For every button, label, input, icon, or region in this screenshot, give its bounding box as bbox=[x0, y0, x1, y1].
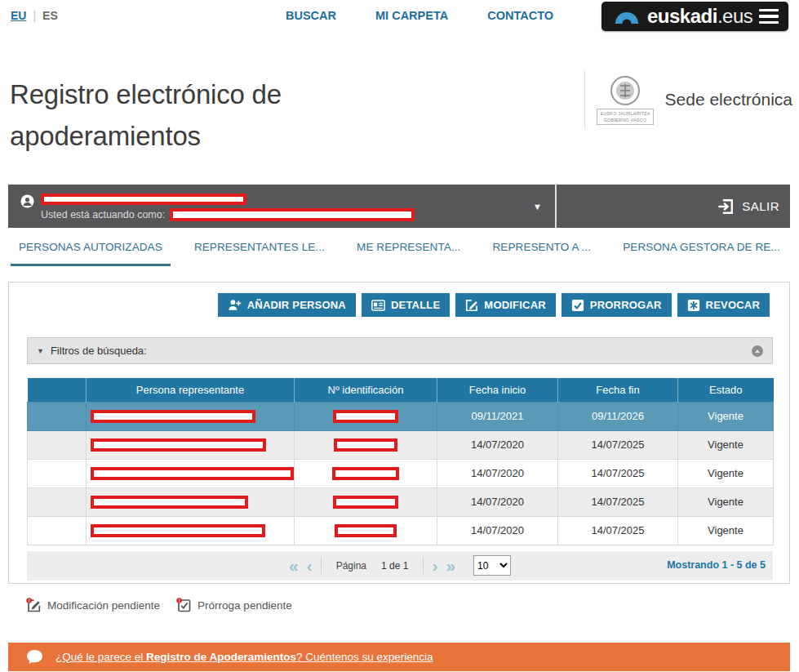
redacted-text bbox=[91, 496, 248, 509]
col-fecha-inicio: Fecha inicio bbox=[437, 378, 558, 402]
fecha-fin-cell: 14/07/2025 bbox=[558, 487, 678, 516]
logo-tld-text: .eus bbox=[717, 5, 752, 28]
logout-label: SALIR bbox=[742, 199, 779, 213]
prev-page-button[interactable]: ‹ bbox=[307, 557, 313, 574]
tab-me-representa[interactable]: ME REPRESENTA... bbox=[348, 233, 468, 266]
redacted-text bbox=[333, 410, 398, 423]
row-selector-cell[interactable] bbox=[28, 487, 87, 516]
nav-mi-carpeta-link[interactable]: MI CARPETA bbox=[375, 9, 448, 22]
table-row[interactable]: 14/07/2020 14/07/2025 Vigente bbox=[28, 487, 774, 516]
id-card-icon bbox=[371, 300, 385, 311]
user-bar: Usted está actuando como: ▼ SALIR bbox=[8, 185, 790, 228]
tab-label: REPRESENTO A ... bbox=[493, 241, 592, 253]
masthead: Registro electrónico de apoderamientos E… bbox=[0, 33, 799, 171]
redacted-text bbox=[335, 524, 397, 537]
feedback-bar: ¿Qué le parece el Registro de Apoderamie… bbox=[8, 643, 790, 671]
identificacion-cell bbox=[295, 459, 437, 487]
fecha-inicio-cell: 14/07/2020 bbox=[437, 459, 558, 487]
table-row[interactable]: 14/07/2020 14/07/2025 Vigente bbox=[28, 459, 774, 487]
redacted-text bbox=[333, 496, 398, 509]
first-page-button[interactable]: « bbox=[289, 557, 299, 574]
table-row[interactable]: 14/07/2020 14/07/2025 Vigente bbox=[28, 516, 774, 545]
redacted-text bbox=[91, 438, 266, 452]
last-page-button[interactable]: » bbox=[446, 557, 455, 574]
estado-cell: Vigente bbox=[678, 516, 774, 545]
nav-buscar-link[interactable]: BUSCAR bbox=[286, 9, 336, 22]
detail-button[interactable]: DETALLE bbox=[362, 293, 450, 317]
col-num-identificacion: Nº identificación bbox=[295, 378, 437, 402]
fecha-fin-cell: 14/07/2025 bbox=[558, 430, 678, 459]
collapse-circle-icon[interactable] bbox=[752, 345, 763, 357]
revoke-button[interactable]: REVOCAR bbox=[677, 293, 770, 317]
row-selector-cell[interactable] bbox=[28, 430, 87, 459]
col-selector bbox=[28, 378, 87, 402]
next-page-button[interactable]: › bbox=[432, 557, 437, 574]
check-square-icon bbox=[571, 299, 584, 312]
user-identity-dropdown[interactable]: Usted está actuando como: ▼ bbox=[8, 185, 555, 228]
vertical-divider bbox=[584, 70, 585, 129]
table-row[interactable]: 09/11/2021 09/11/2026 Vigente bbox=[28, 402, 774, 430]
lang-eu-link[interactable]: EU bbox=[11, 9, 26, 22]
redacted-text bbox=[334, 438, 397, 452]
redacted-text bbox=[332, 467, 399, 480]
tab-personas-autorizadas[interactable]: PERSONAS AUTORIZADAS bbox=[11, 233, 171, 266]
col-estado: Estado bbox=[678, 378, 774, 402]
representatives-table: Persona representante Nº identificación … bbox=[27, 378, 774, 545]
tab-representantes-legales[interactable]: REPRESENTANTES LE... bbox=[186, 233, 333, 266]
euskadi-logo[interactable]: euskadi.eus bbox=[601, 2, 788, 31]
row-selector-cell[interactable] bbox=[28, 459, 87, 487]
top-nav: EU | ES BUSCAR MI CARPETA CONTACTO euska… bbox=[0, 0, 799, 33]
speech-bubble-icon bbox=[26, 649, 43, 665]
row-selector-cell[interactable] bbox=[28, 402, 87, 430]
fecha-fin-cell: 14/07/2025 bbox=[558, 459, 678, 487]
nav-contacto-link[interactable]: CONTACTO bbox=[487, 9, 553, 22]
chevron-down-icon[interactable]: ▼ bbox=[533, 202, 542, 211]
legend-modification-label: Modificación pendiente bbox=[47, 599, 160, 612]
action-toolbar: AÑADIR PERSONA DETALLE MODIFICAR bbox=[9, 293, 770, 317]
menu-hamburger-icon[interactable] bbox=[759, 9, 779, 24]
revoke-label: REVOCAR bbox=[706, 299, 760, 311]
legend-modification: Modificación pendiente bbox=[26, 598, 160, 613]
feedback-question: ? bbox=[296, 651, 305, 663]
logout-button[interactable]: SALIR bbox=[557, 185, 790, 228]
page-value: 1 de 1 bbox=[381, 560, 408, 572]
sede-electronica-block: EUSKO JAURLARITZA GOBIERNO VASCO Sede el… bbox=[584, 70, 792, 129]
tab-bar: PERSONAS AUTORIZADAS REPRESENTANTES LE..… bbox=[11, 233, 788, 266]
feedback-prefix: ¿Qué le parece el bbox=[55, 651, 146, 663]
fecha-inicio-cell: 14/07/2020 bbox=[437, 516, 558, 545]
filters-label: Filtros de búsqueda: bbox=[51, 345, 147, 357]
persona-cell bbox=[87, 516, 295, 545]
pagination-divider bbox=[423, 558, 424, 574]
feedback-bold: Registro de Apoderamientos bbox=[146, 651, 296, 663]
add-person-button[interactable]: AÑADIR PERSONA bbox=[218, 293, 356, 317]
estado-cell: Vigente bbox=[678, 402, 774, 430]
user-plus-icon bbox=[228, 299, 242, 311]
redacted-text bbox=[91, 410, 255, 423]
fecha-inicio-cell: 14/07/2020 bbox=[437, 430, 558, 459]
tab-persona-gestora[interactable]: PERSONA GESTORA DE RE... bbox=[615, 233, 788, 266]
emblem-caption: EUSKO JAURLARITZA GOBIERNO VASCO bbox=[597, 109, 653, 126]
identificacion-cell bbox=[295, 430, 437, 459]
tab-label: PERSONAS AUTORIZADAS bbox=[19, 241, 162, 253]
tab-represento-a[interactable]: REPRESENTO A ... bbox=[485, 233, 600, 266]
page-size-select[interactable]: 10 bbox=[473, 555, 511, 576]
row-selector-cell[interactable] bbox=[28, 516, 87, 545]
persona-cell bbox=[87, 459, 295, 487]
table-row[interactable]: 14/07/2020 14/07/2025 Vigente bbox=[28, 430, 774, 459]
detail-label: DETALLE bbox=[391, 299, 440, 311]
language-switcher: EU | ES bbox=[11, 9, 58, 22]
lang-es-link[interactable]: ES bbox=[42, 9, 58, 22]
user-icon bbox=[20, 194, 34, 208]
feedback-link[interactable]: ¿Qué le parece el Registro de Apoderamie… bbox=[55, 651, 433, 663]
gobierno-vasco-emblem: EUSKO JAURLARITZA GOBIERNO VASCO bbox=[597, 74, 653, 126]
persona-cell bbox=[87, 430, 295, 459]
check-square-badge-icon bbox=[176, 598, 192, 613]
search-filters-toggle[interactable]: ▼ Filtros de búsqueda: bbox=[27, 337, 773, 364]
extend-button[interactable]: PRORROGAR bbox=[562, 293, 672, 317]
modify-button[interactable]: MODIFICAR bbox=[455, 293, 555, 317]
status-legend: Modificación pendiente Prórroga pendient… bbox=[26, 598, 799, 613]
redacted-text bbox=[91, 467, 294, 480]
extend-label: PRORROGAR bbox=[590, 299, 662, 311]
modify-label: MODIFICAR bbox=[484, 299, 545, 311]
persona-cell bbox=[87, 487, 295, 516]
